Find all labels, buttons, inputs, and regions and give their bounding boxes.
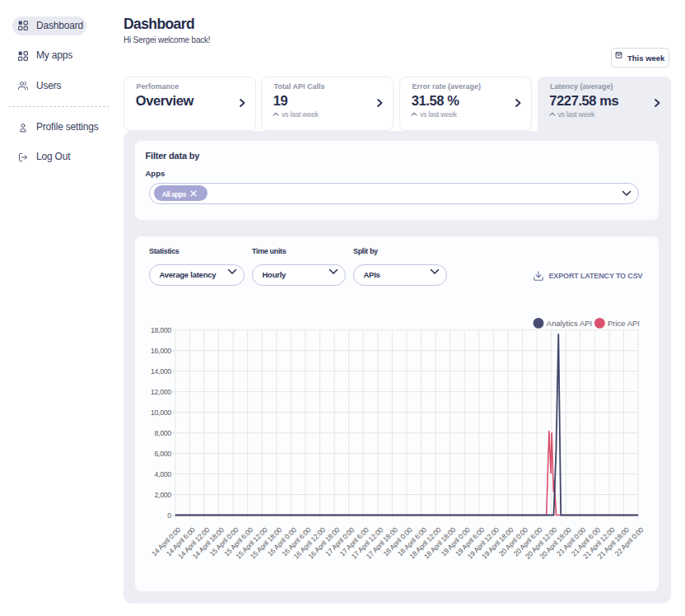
svg-text:6,000: 6,000 [154, 449, 171, 457]
svg-text:14,000: 14,000 [151, 366, 171, 375]
svg-text:2,000: 2,000 [154, 490, 171, 498]
svg-text:16,000: 16,000 [151, 346, 171, 354]
svg-text:Price API: Price API [607, 318, 639, 327]
svg-text:4,000: 4,000 [154, 469, 171, 478]
svg-text:12,000: 12,000 [151, 387, 171, 395]
svg-text:18,000: 18,000 [151, 325, 171, 334]
svg-text:10,000: 10,000 [151, 408, 171, 416]
svg-text:8,000: 8,000 [154, 428, 171, 436]
svg-text:0: 0 [167, 511, 171, 519]
svg-text:Analytics API: Analytics API [546, 318, 591, 327]
